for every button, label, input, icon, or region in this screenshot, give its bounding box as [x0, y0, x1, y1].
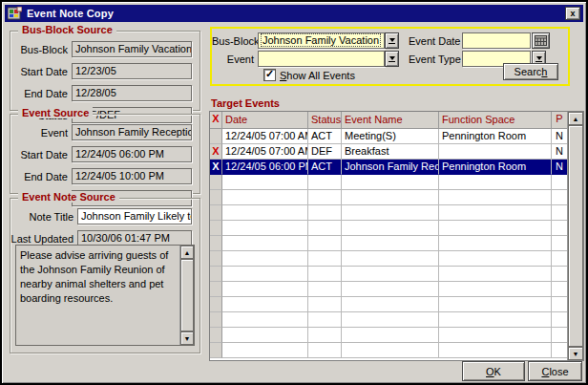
table-cell-p	[552, 221, 567, 236]
table-row[interactable]: 12/24/05 07:00 AMACTMeeting(S)Pennington…	[210, 129, 567, 144]
title-bar[interactable]: Event Note Copy x	[5, 5, 583, 22]
table-cell-p: N	[552, 129, 567, 144]
search-bus-block-value: Johnson Family Vacation	[262, 34, 380, 46]
search-event-type-label: Event Type	[409, 53, 458, 65]
table-cell-p	[552, 236, 567, 251]
table-cell-status	[308, 312, 342, 328]
start-date-value-field: 12/23/05	[72, 63, 192, 79]
table-row[interactable]: X12/24/05 07:00 AMDEFBreakfastN	[210, 144, 567, 160]
table-cell-status	[308, 251, 342, 267]
note-scrollbar[interactable]: ▲ ▼	[179, 246, 194, 345]
table-row[interactable]	[210, 221, 567, 236]
table-cell-event_name	[342, 343, 439, 358]
search-event-date-input[interactable]	[462, 32, 531, 49]
column-header-date[interactable]: Date	[222, 112, 308, 129]
table-cell-status	[308, 236, 342, 251]
search-button[interactable]: Search	[503, 63, 558, 80]
table-cell-x	[210, 205, 222, 221]
table-cell-p	[552, 312, 567, 328]
table-cell-x	[210, 343, 222, 358]
table-cell-event_name	[342, 297, 439, 312]
scroll-up-icon[interactable]: ▲	[568, 112, 583, 125]
last-updated-label: Last Updated	[10, 233, 74, 245]
table-cell-x	[210, 282, 222, 297]
table-cell-event_name	[342, 267, 439, 282]
table-row[interactable]	[210, 297, 567, 312]
note-title-input[interactable]: Johnson Family Likely to Bring	[77, 208, 192, 225]
column-header-x[interactable]: X	[210, 112, 222, 129]
table-row[interactable]: X12/24/05 06:00 PMACTJohnson Family Rece…	[210, 160, 567, 175]
table-cell-function_space	[439, 144, 552, 160]
table-row[interactable]	[210, 282, 567, 297]
table-row[interactable]	[210, 267, 567, 282]
table-scrollbar-thumb[interactable]	[568, 125, 583, 347]
table-cell-date	[222, 175, 308, 190]
table-cell-x	[210, 236, 222, 251]
note-text[interactable]: Please advise arriving guests of the Joh…	[16, 246, 179, 345]
chevron-down-icon	[389, 56, 395, 60]
ok-button[interactable]: OK	[462, 361, 525, 381]
table-row[interactable]	[210, 343, 567, 358]
table-cell-date	[222, 190, 308, 205]
table-row[interactable]	[210, 328, 567, 343]
bus-block-value-field: Johnson Family Vacation	[72, 41, 192, 57]
event-source-groupbox: Event Source Event Johnson Family Recept…	[10, 114, 200, 194]
scroll-down-icon[interactable]: ▼	[180, 332, 194, 345]
table-cell-function_space	[439, 267, 552, 282]
scroll-down-icon[interactable]: ▼	[568, 347, 583, 360]
scroll-up-icon[interactable]: ▲	[180, 246, 194, 259]
table-row[interactable]	[210, 312, 567, 328]
table-cell-event_name: Johnson Family Reception	[342, 160, 439, 175]
calendar-icon	[535, 35, 547, 46]
table-scrollbar[interactable]: ▲ ▼	[567, 112, 583, 360]
table-cell-p	[552, 343, 567, 358]
note-text-area[interactable]: Please advise arriving guests of the Joh…	[15, 245, 195, 346]
search-event-combo[interactable]	[258, 51, 385, 67]
table-cell-status	[308, 328, 342, 343]
event-value-field: Johnson Family Reception	[72, 124, 192, 140]
window-close-button[interactable]: x	[565, 7, 580, 20]
event-dropdown-button[interactable]	[385, 51, 399, 67]
calendar-button[interactable]	[532, 32, 550, 49]
search-bus-block-combo[interactable]: Johnson Family Vacation	[258, 32, 385, 49]
table-cell-x	[210, 312, 222, 328]
show-all-events-checkbox[interactable]	[263, 69, 276, 81]
table-row[interactable]	[210, 236, 567, 251]
search-bus-block-label: Bus-Block	[212, 35, 254, 47]
column-header-p[interactable]: P	[552, 112, 567, 129]
table-row[interactable]	[210, 205, 567, 221]
table-row[interactable]	[210, 175, 567, 190]
column-header-function-space[interactable]: Function Space	[439, 112, 552, 129]
table-row[interactable]	[210, 251, 567, 267]
table-cell-x: X	[210, 160, 222, 175]
table-cell-date	[222, 267, 308, 282]
event-start-date-value-field: 12/24/05 06:00 PM	[72, 146, 192, 162]
event-note-source-legend: Event Note Source	[18, 191, 119, 203]
table-cell-event_name	[342, 251, 439, 267]
table-cell-p	[552, 267, 567, 282]
window-title: Event Note Copy	[27, 8, 114, 19]
bus-block-dropdown-button[interactable]	[385, 32, 399, 49]
table-cell-date: 12/24/05 07:00 AM	[222, 129, 308, 144]
table-cell-function_space: Pennington Room	[439, 160, 552, 175]
table-cell-x	[210, 251, 222, 267]
table-body: 12/24/05 07:00 AMACTMeeting(S)Pennington…	[210, 129, 567, 358]
column-header-status[interactable]: Status	[308, 112, 342, 129]
close-button[interactable]: Close	[528, 361, 582, 381]
table-cell-date	[222, 236, 308, 251]
event-end-date-label: End Date	[10, 171, 68, 182]
table-row[interactable]	[210, 190, 567, 205]
table-cell-x	[210, 221, 222, 236]
event-source-legend: Event Source	[18, 107, 93, 118]
table-cell-event_name: Breakfast	[342, 144, 439, 160]
table-cell-p	[552, 175, 567, 190]
column-header-event-name[interactable]: Event Name	[342, 112, 439, 129]
note-scrollbar-thumb[interactable]	[180, 259, 194, 332]
table-header-row: X Date Status Event Name Function Space …	[210, 112, 567, 129]
dropdown-underline	[536, 61, 542, 62]
table-cell-date	[222, 312, 308, 328]
table-cell-function_space	[439, 251, 552, 267]
event-start-date-label: Start Date	[10, 149, 68, 160]
table-cell-event_name	[342, 282, 439, 297]
table-cell-function_space	[439, 190, 552, 205]
